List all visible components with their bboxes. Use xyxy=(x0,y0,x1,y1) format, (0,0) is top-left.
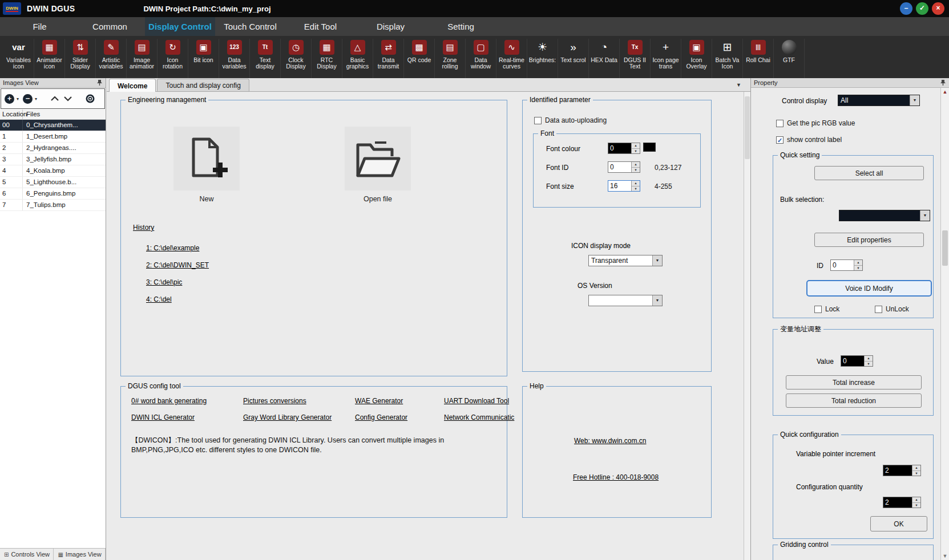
data-auto-uploading-checkbox[interactable]: Data auto-uploading xyxy=(534,116,607,124)
spin-buttons[interactable]: ▲▼ xyxy=(631,181,640,191)
bottom-tab-controls-view[interactable]: ⊞Controls View xyxy=(0,549,54,560)
toolbar-clock-display-button[interactable]: ◷Clock Display xyxy=(281,39,312,78)
chevron-down-icon[interactable]: ▼ xyxy=(910,95,919,105)
property-scrollbar-thumb[interactable] xyxy=(942,230,948,266)
web-link[interactable]: Web: www.dwin.com.cn xyxy=(574,437,647,445)
spin-down-icon[interactable]: ▼ xyxy=(865,362,873,367)
spin-up-icon[interactable]: ▲ xyxy=(632,143,640,149)
toolbar-variables-button[interactable]: varVariables icon xyxy=(3,39,34,78)
scroll-up-icon[interactable]: ▲ xyxy=(941,89,949,95)
toolbar-icon-overlay-button[interactable]: ▣Icon Overlay xyxy=(681,39,712,78)
toolbar-zone-rolling-button[interactable]: ▤Zone rolling xyxy=(435,39,466,78)
font-id-spinner[interactable]: 0 ▲▼ xyxy=(608,161,640,173)
toolbar-real-time-curves-button[interactable]: ∿Real-time curves xyxy=(496,39,527,78)
main-scrollbar[interactable] xyxy=(744,92,750,560)
toolbar-text-scroll-button[interactable]: »Text scrol xyxy=(558,39,589,78)
history-link-3[interactable]: 3: C:\del\pic xyxy=(146,278,209,286)
value-spinner[interactable]: 0 ▲▼ xyxy=(841,355,873,367)
font-colour-swatch[interactable] xyxy=(643,143,656,152)
history-link-4[interactable]: 4: C:\del xyxy=(146,295,209,303)
image-row-7[interactable]: 77_Tulips.bmp xyxy=(0,200,106,211)
total-increase-button[interactable]: Total increase xyxy=(786,375,922,389)
chevron-down-icon[interactable]: ▼ xyxy=(652,295,662,306)
toolbar-hex-data-button[interactable]: ◔HEX Data xyxy=(589,39,620,78)
pin-icon[interactable] xyxy=(940,79,946,86)
close-button[interactable]: × xyxy=(932,2,944,15)
toolbar-artistic-variables-button[interactable]: ✎Artistic variables xyxy=(96,39,127,78)
menu-touch-control[interactable]: Touch Control xyxy=(215,17,285,36)
locate-button[interactable] xyxy=(86,94,95,103)
image-row-4[interactable]: 44_Koala.bmp xyxy=(0,165,106,177)
spin-up-icon[interactable]: ▲ xyxy=(912,497,920,503)
bottom-tab-images-view[interactable]: ▦Images View xyxy=(54,549,106,560)
unlock-checkbox[interactable]: UnLock xyxy=(875,305,909,313)
history-link-2[interactable]: 2: C:\del\DWIN_SET xyxy=(146,261,209,269)
zoom-out-caret-icon[interactable]: ▾ xyxy=(37,96,37,102)
toolbar-slider-display-button[interactable]: ⇅Slider Display xyxy=(65,39,96,78)
spin-down-icon[interactable]: ▼ xyxy=(912,503,920,508)
move-down-button[interactable] xyxy=(63,96,72,102)
dgus-link-network-communicatic[interactable]: Network Communicatic xyxy=(444,413,514,421)
toolbar-icon-rotation-button[interactable]: ↻Icon rotation xyxy=(158,39,188,78)
spin-buttons[interactable]: ▲▼ xyxy=(864,356,873,366)
menu-setting[interactable]: Setting xyxy=(426,17,496,36)
toolbar-gtf-button[interactable]: GTF xyxy=(774,39,805,78)
main-scrollbar-thumb[interactable] xyxy=(745,96,750,159)
ok-button[interactable]: OK xyxy=(870,516,927,531)
spin-up-icon[interactable]: ▲ xyxy=(865,356,873,362)
total-reduction-button[interactable]: Total reduction xyxy=(786,393,922,408)
toolbar-data-variables-button[interactable]: 123Data variables xyxy=(219,39,250,78)
spin-down-icon[interactable]: ▼ xyxy=(632,168,640,173)
location-column-header[interactable]: Location xyxy=(0,109,23,119)
files-column-header[interactable]: Files xyxy=(23,109,106,119)
chevron-down-icon[interactable]: ▼ xyxy=(652,255,662,266)
spin-buttons[interactable]: ▲▼ xyxy=(631,162,640,172)
toolbar-batch-variable-button[interactable]: ⊞Batch Va Icon xyxy=(712,39,743,78)
image-row-3[interactable]: 33_Jellyfish.bmp xyxy=(0,154,106,165)
spin-up-icon[interactable]: ▲ xyxy=(632,181,640,186)
checkbox-box[interactable] xyxy=(814,306,822,313)
dgus-link-pictures-conversions[interactable]: Pictures conversions xyxy=(243,397,355,405)
chevron-down-icon[interactable]: ▼ xyxy=(920,210,930,221)
get-pic-rgb-checkbox[interactable]: Get the pic RGB value xyxy=(776,119,855,127)
new-project-button[interactable] xyxy=(173,127,240,190)
select-all-button[interactable]: Select all xyxy=(814,166,924,180)
spin-up-icon[interactable]: ▲ xyxy=(854,260,862,266)
lock-checkbox[interactable]: Lock xyxy=(814,305,839,313)
scroll-down-icon[interactable]: ▼ xyxy=(941,553,949,559)
dgus-link-config-generator[interactable]: Config Generator xyxy=(355,413,444,421)
dgus-link-uart-download-tool[interactable]: UART Download Tool xyxy=(444,397,514,405)
image-row-6[interactable]: 66_Penguins.bmp xyxy=(0,188,106,200)
icon-display-mode-select[interactable]: Transparent ▼ xyxy=(588,255,663,266)
bulk-selection-select[interactable]: ▼ xyxy=(839,210,930,221)
configuration-quantity-spinner[interactable]: 2 ▲▼ xyxy=(883,497,921,508)
dgus-link-0-word-bank-generating[interactable]: 0# word bank generating xyxy=(131,397,243,405)
tab-touch-and-display-config[interactable]: Touch and display config xyxy=(157,79,249,91)
toolbar-rtc-display-button[interactable]: ▦RTC Display xyxy=(312,39,342,78)
variable-pointer-increment-spinner[interactable]: 2 ▲▼ xyxy=(883,465,921,476)
spin-down-icon[interactable]: ▼ xyxy=(854,266,862,271)
font-size-spinner[interactable]: 16 ▲▼ xyxy=(608,180,640,192)
image-row-00[interactable]: 000_Chrysanthem... xyxy=(0,120,106,131)
font-colour-spinner[interactable]: 0 ▲▼ xyxy=(608,143,640,154)
toolbar-qr-code-button[interactable]: ▩QR code xyxy=(404,39,435,78)
minimize-button[interactable]: – xyxy=(900,2,912,15)
spin-down-icon[interactable]: ▼ xyxy=(912,471,920,476)
menu-display[interactable]: Display xyxy=(356,17,426,36)
spin-buttons[interactable]: ▲▼ xyxy=(854,260,862,270)
checkbox-box[interactable] xyxy=(875,306,882,313)
image-row-2[interactable]: 22_Hydrangeas.... xyxy=(0,143,106,154)
spin-down-icon[interactable]: ▼ xyxy=(632,149,640,154)
open-file-button[interactable] xyxy=(345,127,411,190)
menu-display-control[interactable]: Display Control xyxy=(145,17,215,36)
zoom-in-caret-icon[interactable]: ▾ xyxy=(18,96,19,102)
control-display-select[interactable]: All ▼ xyxy=(838,95,920,106)
id-spinner[interactable]: 0 ▲▼ xyxy=(830,259,863,271)
menu-common[interactable]: Common xyxy=(75,17,145,36)
menu-edit-tool[interactable]: Edit Tool xyxy=(285,17,356,36)
toolbar-bit-button[interactable]: ▣Bit icon xyxy=(188,39,219,78)
spin-buttons[interactable]: ▲▼ xyxy=(912,497,920,508)
pin-icon[interactable] xyxy=(96,79,103,86)
spin-buttons[interactable]: ▲▼ xyxy=(912,465,920,476)
toolbar-brightness-button[interactable]: ☀Brightnes: xyxy=(527,39,558,78)
